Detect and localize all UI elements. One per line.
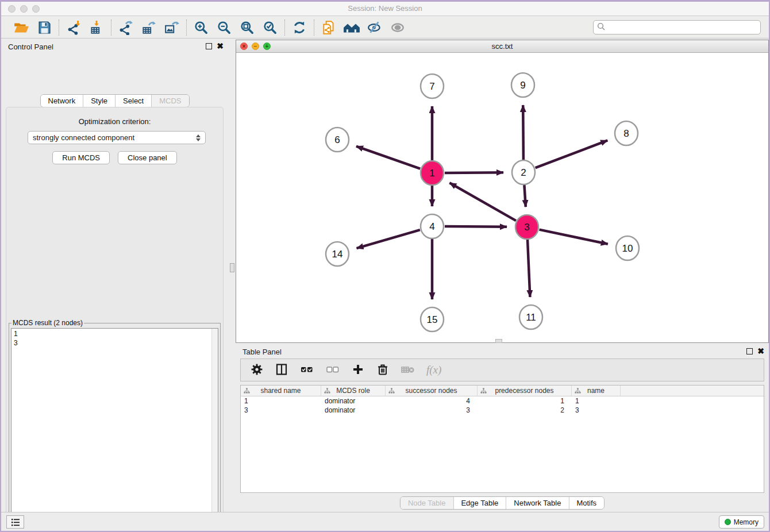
node-7[interactable]: 7	[421, 74, 444, 98]
column-header-shared-name[interactable]: shared name	[241, 385, 321, 396]
hierarchy-icon	[244, 388, 250, 396]
column-header-MCDS-role[interactable]: MCDS role	[321, 385, 386, 396]
zoom-selected-button[interactable]	[261, 19, 279, 36]
export-network-button[interactable]	[117, 19, 134, 36]
duplicate-network-button[interactable]	[320, 19, 337, 36]
node-14[interactable]: 14	[326, 242, 349, 266]
float-panel-icon[interactable]	[206, 43, 212, 49]
edge-3-10[interactable]	[540, 230, 608, 244]
tab-style[interactable]: Style	[83, 95, 115, 107]
network-canvas[interactable]: 7968124314101511	[236, 53, 768, 342]
node-8[interactable]: 8	[615, 121, 638, 145]
node-11[interactable]: 11	[519, 305, 542, 329]
plus-icon	[351, 363, 365, 378]
table-cell[interactable]: 4	[386, 396, 478, 406]
unselect-all-columns-button[interactable]	[325, 363, 340, 378]
zoom-out-button[interactable]	[215, 19, 233, 36]
table-row[interactable]: 1dominator411	[241, 396, 764, 406]
column-label: MCDS role	[336, 387, 370, 395]
search-box[interactable]	[593, 20, 761, 34]
close-panel-button[interactable]: Close panel	[118, 151, 177, 164]
vertical-splitter-handle[interactable]	[230, 263, 234, 272]
zoom-fit-icon	[240, 20, 255, 35]
memory-button[interactable]: Memory	[719, 515, 764, 529]
table-cell[interactable]: 3	[386, 406, 478, 415]
edge-2-9[interactable]	[523, 105, 523, 160]
table-cell[interactable]: 3	[572, 406, 621, 415]
add-row-button[interactable]	[351, 363, 365, 378]
table-cell[interactable]: 1	[478, 396, 572, 406]
edge-1-2[interactable]	[445, 172, 503, 173]
result-scrollbar[interactable]	[211, 329, 218, 532]
node-6[interactable]: 6	[326, 128, 349, 152]
table-cell[interactable]: dominator	[321, 396, 386, 406]
table-cell[interactable]: dominator	[321, 406, 386, 415]
edge-4-14[interactable]	[357, 230, 420, 248]
open-session-button[interactable]	[13, 19, 30, 36]
table-cell[interactable]: 2	[478, 406, 572, 415]
task-history-button[interactable]	[6, 515, 24, 529]
table-toolbar: f(x)	[240, 358, 764, 381]
table-cell[interactable]: 1	[572, 396, 621, 406]
search-input[interactable]	[606, 24, 757, 32]
table-settings-button[interactable]	[250, 363, 264, 378]
node-3[interactable]: 3	[515, 215, 538, 239]
network-window-title-bar: × − + scc.txt	[236, 40, 768, 53]
table-tab-node-table[interactable]: Node Table	[401, 497, 453, 509]
float-table-panel-icon[interactable]	[746, 348, 753, 354]
apply-layout-button[interactable]	[291, 19, 308, 36]
edge-4-3[interactable]	[445, 226, 507, 227]
tab-network[interactable]: Network	[40, 95, 83, 107]
select-all-columns-button[interactable]	[299, 363, 314, 378]
edge-1-6[interactable]	[356, 147, 420, 169]
dropdown-stepper-icon	[196, 134, 201, 141]
table-cell[interactable]: 1	[241, 396, 321, 406]
column-label: shared name	[260, 387, 301, 395]
column-header-predecessor-nodes[interactable]: predecessor nodes	[478, 385, 572, 396]
delete-row-button[interactable]	[376, 363, 390, 378]
table-tab-network-table[interactable]: Network Table	[506, 497, 568, 509]
edge-2-3[interactable]	[524, 185, 525, 207]
export-image-button[interactable]	[163, 19, 180, 36]
table-cell[interactable]: 3	[241, 406, 321, 415]
zoom-fit-button[interactable]	[238, 19, 256, 36]
close-panel-icon[interactable]: ✖	[217, 41, 224, 51]
edge-2-8[interactable]	[536, 140, 608, 168]
import-table-button[interactable]	[88, 19, 105, 36]
node-1[interactable]: 1	[421, 161, 444, 185]
node-label-10: 10	[622, 243, 633, 254]
mcds-result-fieldset: MCDS result (2 nodes) 13	[9, 319, 221, 532]
horizontal-splitter-handle[interactable]	[495, 339, 502, 343]
tab-select[interactable]: Select	[115, 95, 151, 107]
node-9[interactable]: 9	[511, 73, 534, 97]
zoom-selected-icon	[263, 20, 278, 35]
export-table-button[interactable]	[140, 19, 157, 36]
edge-3-11[interactable]	[528, 240, 530, 297]
table-panel-tabs: Node TableEdge TableNetwork TableMotifs	[400, 496, 605, 510]
table-row[interactable]: 3dominator323	[241, 406, 764, 415]
zoom-in-button[interactable]	[192, 19, 210, 36]
edge-3-1[interactable]	[449, 183, 516, 221]
import-network-button[interactable]	[65, 19, 82, 36]
hierarchy-icon	[388, 388, 395, 396]
node-10[interactable]: 10	[616, 236, 639, 260]
function-icon: f(x)	[426, 364, 441, 376]
node-2[interactable]: 2	[512, 160, 535, 184]
node-label-8: 8	[623, 128, 629, 139]
node-15[interactable]: 15	[421, 307, 444, 331]
column-header-name[interactable]: name	[572, 385, 621, 396]
open-folder-icon	[13, 20, 29, 35]
close-table-panel-icon[interactable]: ✖	[757, 346, 764, 356]
show-all-networks-button[interactable]	[343, 19, 360, 36]
run-mcds-button[interactable]: Run MCDS	[52, 151, 110, 164]
column-header-successor-nodes[interactable]: successor nodes	[386, 385, 478, 396]
tab-mcds[interactable]: MCDS	[151, 95, 188, 107]
optimization-criterion-dropdown[interactable]: strongly connected component	[28, 131, 206, 144]
mcds-result-textarea[interactable]: 13	[11, 328, 218, 532]
show-columns-button[interactable]	[275, 363, 288, 378]
table-tab-edge-table[interactable]: Edge Table	[453, 497, 506, 509]
table-tab-motifs[interactable]: Motifs	[568, 497, 604, 509]
hide-selected-button[interactable]	[366, 19, 383, 36]
node-4[interactable]: 4	[421, 214, 444, 238]
save-session-button[interactable]	[36, 19, 53, 36]
